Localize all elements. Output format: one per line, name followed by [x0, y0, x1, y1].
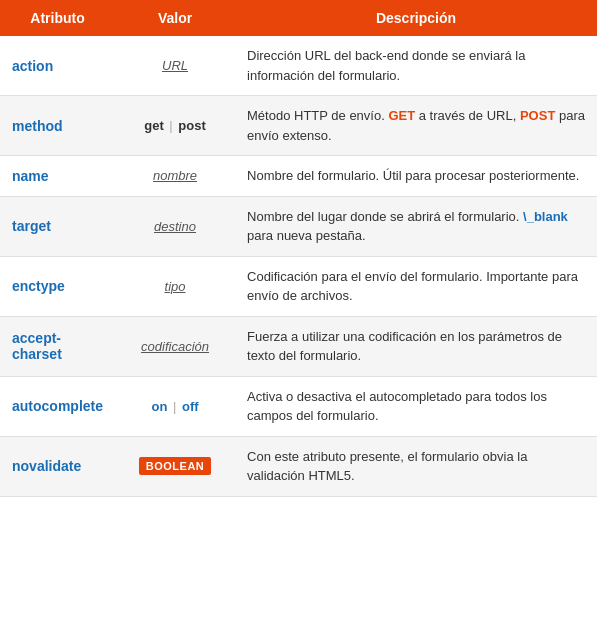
- val-text: URL: [162, 58, 188, 73]
- table-row: novalidate BOOLEAN Con este atributo pre…: [0, 436, 597, 496]
- badge-boolean: BOOLEAN: [139, 457, 212, 475]
- val-text: nombre: [153, 168, 197, 183]
- val-novalidate: BOOLEAN: [115, 436, 235, 496]
- val-text: codificación: [141, 339, 209, 354]
- val-autocomplete: on | off: [115, 376, 235, 436]
- table-row: accept-charset codificación Fuerza a uti…: [0, 316, 597, 376]
- attr-method: method: [0, 96, 115, 156]
- attr-autocomplete: autocomplete: [0, 376, 115, 436]
- val-action: URL: [115, 36, 235, 96]
- table-row: enctype tipo Codificación para el envío …: [0, 256, 597, 316]
- table-row: action URL Dirección URL del back-end do…: [0, 36, 597, 96]
- highlight-get: GET: [388, 108, 415, 123]
- highlight-post: POST: [520, 108, 555, 123]
- table-row: target destino Nombre del lugar donde se…: [0, 196, 597, 256]
- desc-novalidate: Con este atributo presente, el formulari…: [235, 436, 597, 496]
- desc-accept-charset: Fuerza a utilizar una codificación en lo…: [235, 316, 597, 376]
- attr-accept-charset: accept-charset: [0, 316, 115, 376]
- pipe-icon: |: [169, 399, 180, 414]
- val-enctype: tipo: [115, 256, 235, 316]
- val-off: off: [182, 399, 199, 414]
- desc-autocomplete: Activa o desactiva el autocompletado par…: [235, 376, 597, 436]
- val-get: get: [144, 118, 164, 133]
- desc-name: Nombre del formulario. Útil para procesa…: [235, 156, 597, 197]
- header-val: Valor: [115, 0, 235, 36]
- table-row: name nombre Nombre del formulario. Útil …: [0, 156, 597, 197]
- val-text: tipo: [165, 279, 186, 294]
- desc-target: Nombre del lugar donde se abrirá el form…: [235, 196, 597, 256]
- val-target: destino: [115, 196, 235, 256]
- table-row: autocomplete on | off Activa o desactiva…: [0, 376, 597, 436]
- val-method: get | post: [115, 96, 235, 156]
- desc-method: Método HTTP de envío. GET a través de UR…: [235, 96, 597, 156]
- val-name: nombre: [115, 156, 235, 197]
- attributes-table: Atributo Valor Descripción action URL Di…: [0, 0, 597, 497]
- highlight-blank: \_blank: [523, 209, 568, 224]
- val-text: destino: [154, 219, 196, 234]
- pipe-icon: |: [166, 118, 177, 133]
- val-accept-charset: codificación: [115, 316, 235, 376]
- attr-target: target: [0, 196, 115, 256]
- attr-name: name: [0, 156, 115, 197]
- table-row: method get | post Método HTTP de envío. …: [0, 96, 597, 156]
- val-post: post: [178, 118, 205, 133]
- desc-enctype: Codificación para el envío del formulari…: [235, 256, 597, 316]
- val-on: on: [151, 399, 167, 414]
- attr-action: action: [0, 36, 115, 96]
- header-desc: Descripción: [235, 0, 597, 36]
- attr-novalidate: novalidate: [0, 436, 115, 496]
- desc-action: Dirección URL del back-end donde se envi…: [235, 36, 597, 96]
- attr-enctype: enctype: [0, 256, 115, 316]
- header-attr: Atributo: [0, 0, 115, 36]
